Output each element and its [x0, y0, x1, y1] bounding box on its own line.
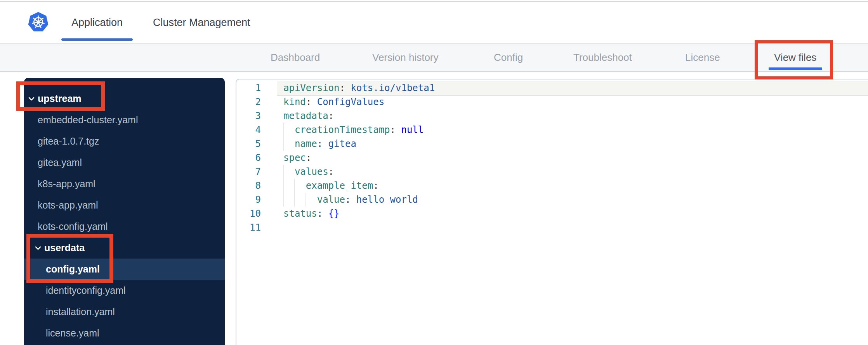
token-p: : — [345, 194, 356, 205]
code-text: kind: ConfigValues — [283, 95, 868, 109]
tree-folder-upstream[interactable]: upstream — [24, 88, 225, 109]
token-p: : — [306, 97, 317, 107]
token-key: name — [283, 138, 317, 149]
folder-label: upstream — [38, 88, 82, 109]
token-p: : — [373, 180, 378, 191]
token-kw: null — [401, 124, 424, 135]
code-text: spec: — [283, 151, 868, 165]
token-key: spec — [283, 152, 306, 163]
token-key: metadata — [283, 110, 328, 121]
token-key: value — [283, 194, 345, 205]
code-line-4[interactable]: 4 creationTimestamp: null — [236, 123, 868, 137]
line-number: 8 — [236, 179, 283, 193]
code-line-11[interactable]: 11 — [236, 221, 868, 235]
code-line-5[interactable]: 5 name: gitea — [236, 137, 868, 151]
line-number: 2 — [236, 95, 283, 109]
chevron-down-icon — [34, 245, 42, 251]
line-number: 6 — [236, 151, 283, 165]
file-label: embedded-cluster.yaml — [38, 109, 138, 131]
line-number: 3 — [236, 109, 283, 123]
kots-admin-console-screen: ApplicationCluster Management DashboardV… — [0, 0, 868, 345]
tree-file-gitea-1-0-7-tgz[interactable]: gitea-1.0.7.tgz — [24, 131, 225, 152]
tree-folder-userdata[interactable]: userdata — [24, 237, 225, 259]
file-label: gitea.yaml — [38, 152, 82, 173]
code-line-1[interactable]: 1apiVersion: kots.io/v1beta1 — [236, 81, 868, 95]
file-label: kots-app.yaml — [38, 195, 98, 216]
token-val: hello world — [356, 194, 418, 205]
file-label: identityconfig.yaml — [46, 280, 126, 301]
subnav-tab-troubleshoot[interactable]: Troubleshoot — [568, 44, 637, 71]
line-number: 7 — [236, 165, 283, 179]
file-label: installation.yaml — [46, 301, 115, 323]
token-val: ConfigValues — [317, 97, 384, 107]
code-line-10[interactable]: 10status: {} — [236, 207, 868, 221]
indent-guide — [283, 193, 284, 207]
file-content-editor[interactable]: 1apiVersion: kots.io/v1beta12kind: Confi… — [236, 79, 868, 345]
code-line-8[interactable]: 8 example_item: — [236, 179, 868, 193]
header-tab-application[interactable]: Application — [61, 2, 133, 43]
subnav-tab-license[interactable]: License — [680, 44, 726, 71]
tree-file-config-yaml[interactable]: config.yaml — [24, 259, 225, 280]
file-tree: upstreamembedded-cluster.yamlgitea-1.0.7… — [24, 88, 225, 344]
tree-file-kots-app-yaml[interactable]: kots-app.yaml — [24, 195, 225, 216]
indent-guide — [306, 193, 306, 207]
token-p: : — [328, 166, 334, 177]
tree-file-kots-config-yaml[interactable]: kots-config.yaml — [24, 216, 225, 237]
folder-label: userdata — [44, 237, 85, 259]
indent-guide — [294, 193, 295, 207]
tree-file-installation-yaml[interactable]: installation.yaml — [24, 301, 225, 323]
indent-guide — [283, 179, 284, 193]
line-number: 10 — [236, 207, 283, 221]
tree-file-embedded-cluster-yaml[interactable]: embedded-cluster.yaml — [24, 109, 225, 131]
code-line-3[interactable]: 3metadata: — [236, 109, 868, 123]
code-line-2[interactable]: 2kind: ConfigValues — [236, 95, 868, 109]
indent-guide — [283, 123, 284, 137]
file-label: config.yaml — [46, 259, 100, 280]
code-text: status: {} — [283, 207, 868, 221]
code-text: example_item: — [283, 179, 868, 193]
code-text: metadata: — [283, 109, 868, 123]
code-lines: 1apiVersion: kots.io/v1beta12kind: Confi… — [236, 81, 868, 235]
token-p: : — [306, 152, 311, 163]
subnav-tab-dashboard[interactable]: Dashboard — [265, 44, 325, 71]
token-val: gitea — [328, 138, 356, 149]
code-text: name: gitea — [283, 137, 868, 151]
subnav-tab-view-files[interactable]: View files — [769, 44, 822, 71]
code-text — [283, 221, 868, 235]
token-p: : — [317, 208, 328, 219]
token-key: status — [283, 208, 317, 219]
token-p: : — [317, 138, 328, 149]
line-number: 11 — [236, 221, 283, 235]
tree-file-identityconfig-yaml[interactable]: identityconfig.yaml — [24, 280, 225, 301]
subnav-tab-config[interactable]: Config — [488, 44, 528, 71]
code-line-9[interactable]: 9 value: hello world — [236, 193, 868, 207]
tree-file-license-yaml[interactable]: license.yaml — [24, 323, 225, 344]
line-number: 5 — [236, 137, 283, 151]
file-label: license.yaml — [46, 323, 99, 344]
file-label: kots-config.yaml — [38, 216, 108, 237]
app-subnav: DashboardVersion historyConfigTroublesho… — [0, 44, 868, 72]
kubernetes-logo-icon — [24, 10, 52, 37]
token-key: example_item — [283, 180, 373, 191]
code-text: creationTimestamp: null — [283, 123, 868, 137]
header-tab-cluster-management[interactable]: Cluster Management — [143, 2, 260, 43]
code-line-7[interactable]: 7 values: — [236, 165, 868, 179]
token-p: : — [390, 124, 401, 135]
token-br: {} — [328, 208, 340, 219]
code-text: values: — [283, 165, 868, 179]
token-val: kots.io/v1beta1 — [351, 83, 435, 93]
chevron-down-icon — [28, 96, 35, 102]
file-label: gitea-1.0.7.tgz — [38, 131, 99, 152]
tree-file-gitea-yaml[interactable]: gitea.yaml — [24, 152, 225, 173]
tree-file-k8s-app-yaml[interactable]: k8s-app.yaml — [24, 173, 225, 195]
file-label: k8s-app.yaml — [38, 173, 95, 195]
indent-guide — [283, 137, 284, 151]
token-p: : — [328, 110, 334, 121]
app-header: ApplicationCluster Management — [0, 2, 868, 44]
token-p: : — [340, 83, 351, 93]
token-key: values — [283, 166, 328, 177]
code-line-6[interactable]: 6spec: — [236, 151, 868, 165]
line-number: 1 — [236, 81, 283, 95]
indent-guide — [283, 165, 284, 179]
subnav-tab-version-history[interactable]: Version history — [367, 44, 444, 71]
